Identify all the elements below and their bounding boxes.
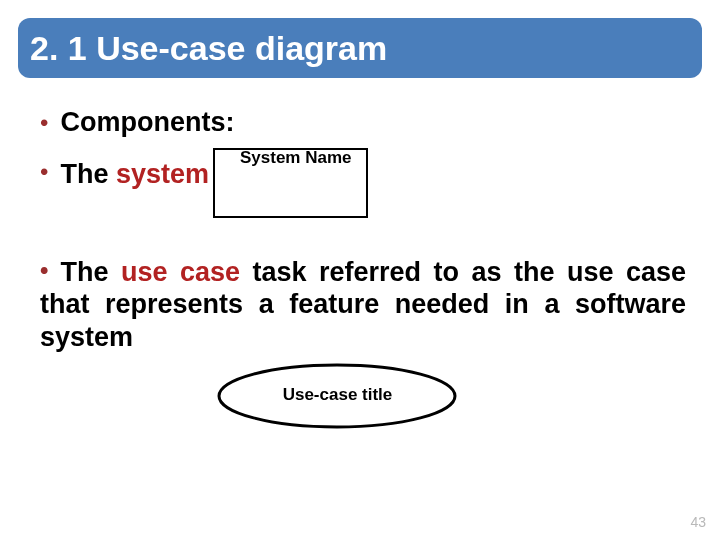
usecase-ellipse: Use-case title [215,362,460,430]
the-system-label: The system [60,158,209,190]
title-bar: 2. 1 Use-case diagram [18,18,702,78]
usecase-red: use case [121,257,240,287]
system-word: system [116,159,209,189]
page-number: 43 [690,514,706,530]
bullet-dot-icon: • [40,158,48,187]
usecase-pre: The [60,257,120,287]
bullet-dot-icon: • [40,109,48,138]
usecase-paragraph: • The use case task referred to as the u… [40,256,686,353]
bullet-the-system: • The system [40,158,209,190]
the-word: The [60,159,116,189]
bullet-components: • Components: [40,106,680,138]
bullet-dot-icon: • [40,256,48,285]
system-box-label: System Name [240,148,352,168]
content-body: • Components: [40,100,680,138]
usecase-ellipse-label: Use-case title [215,385,460,405]
slide-title: 2. 1 Use-case diagram [30,29,387,68]
components-label: Components: [60,106,234,138]
